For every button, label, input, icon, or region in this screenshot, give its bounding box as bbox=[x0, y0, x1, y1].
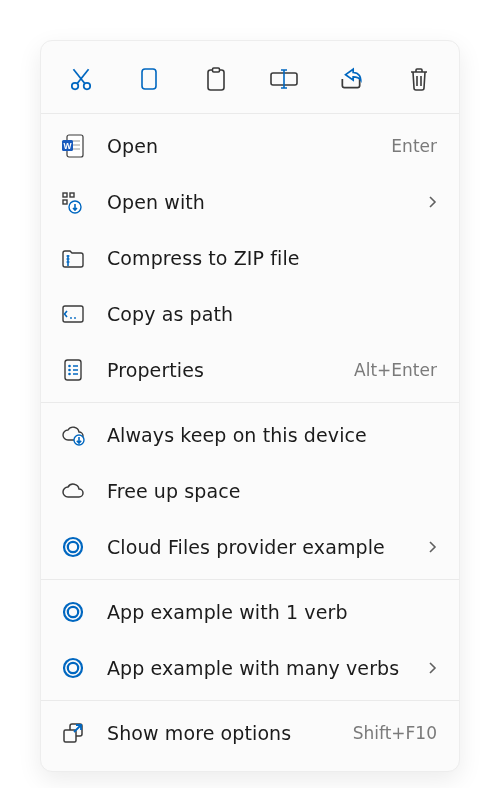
svg-point-1 bbox=[84, 83, 91, 90]
menu-item-copy-as-path[interactable]: Copy as path bbox=[41, 286, 459, 342]
open-with-icon bbox=[59, 188, 87, 216]
menu-group: Always keep on this device Free up space… bbox=[41, 403, 459, 579]
more-options-icon bbox=[59, 719, 87, 747]
svg-rect-17 bbox=[63, 193, 67, 197]
zip-icon bbox=[59, 244, 87, 272]
svg-rect-4 bbox=[142, 69, 156, 89]
menu-item-label: Compress to ZIP file bbox=[107, 247, 437, 269]
cut-button[interactable] bbox=[61, 59, 101, 99]
menu-item-label: App example with 1 verb bbox=[107, 601, 437, 623]
menu-item-label: Open with bbox=[107, 191, 407, 213]
chevron-right-icon bbox=[427, 539, 437, 555]
copy-button[interactable] bbox=[129, 59, 169, 99]
svg-point-30 bbox=[68, 369, 71, 372]
menu-item-open-with[interactable]: Open with bbox=[41, 174, 459, 230]
menu-group: App example with 1 verb App example with… bbox=[41, 580, 459, 700]
context-menu: W Open Enter Open with bbox=[40, 40, 460, 772]
menu-item-app-many-verbs[interactable]: App example with many verbs bbox=[41, 640, 459, 696]
svg-point-37 bbox=[68, 542, 78, 552]
paste-icon bbox=[204, 66, 228, 92]
svg-point-0 bbox=[72, 83, 79, 90]
menu-item-show-more-options[interactable]: Show more options Shift+F10 bbox=[41, 705, 459, 761]
menu-item-label: Cloud Files provider example bbox=[107, 536, 407, 558]
menu-group: Show more options Shift+F10 bbox=[41, 701, 459, 765]
context-menu-toolbar bbox=[41, 41, 459, 113]
cloud-provider-icon bbox=[59, 533, 87, 561]
menu-item-compress-zip[interactable]: Compress to ZIP file bbox=[41, 230, 459, 286]
menu-group: W Open Enter Open with bbox=[41, 114, 459, 402]
svg-point-26 bbox=[70, 317, 72, 319]
chevron-right-icon bbox=[427, 194, 437, 210]
menu-item-cloud-provider[interactable]: Cloud Files provider example bbox=[41, 519, 459, 575]
app-verb-icon bbox=[59, 598, 87, 626]
copy-path-icon bbox=[59, 300, 87, 328]
menu-item-open[interactable]: W Open Enter bbox=[41, 118, 459, 174]
menu-item-app-one-verb[interactable]: App example with 1 verb bbox=[41, 584, 459, 640]
menu-item-properties[interactable]: Properties Alt+Enter bbox=[41, 342, 459, 398]
menu-item-always-keep[interactable]: Always keep on this device bbox=[41, 407, 459, 463]
svg-point-29 bbox=[68, 365, 71, 368]
word-doc-icon: W bbox=[59, 132, 87, 160]
menu-item-label: Free up space bbox=[107, 480, 437, 502]
menu-item-label: Open bbox=[107, 135, 371, 157]
svg-rect-18 bbox=[63, 200, 67, 204]
rename-button[interactable] bbox=[264, 59, 304, 99]
rename-icon bbox=[269, 67, 299, 91]
svg-rect-6 bbox=[213, 68, 220, 72]
cut-icon bbox=[68, 66, 94, 92]
share-button[interactable] bbox=[331, 59, 371, 99]
menu-item-accelerator: Shift+F10 bbox=[353, 723, 437, 743]
menu-item-label: Show more options bbox=[107, 722, 333, 744]
svg-rect-25 bbox=[63, 306, 83, 322]
chevron-right-icon bbox=[427, 660, 437, 676]
menu-item-label: Copy as path bbox=[107, 303, 437, 325]
svg-point-39 bbox=[68, 607, 78, 617]
properties-icon bbox=[59, 356, 87, 384]
svg-point-31 bbox=[68, 373, 71, 376]
app-verb-icon bbox=[59, 654, 87, 682]
paste-button[interactable] bbox=[196, 59, 236, 99]
menu-item-accelerator: Enter bbox=[391, 136, 437, 156]
menu-item-free-up-space[interactable]: Free up space bbox=[41, 463, 459, 519]
share-icon bbox=[338, 66, 364, 92]
cloud-free-icon bbox=[59, 477, 87, 505]
delete-icon bbox=[407, 66, 431, 92]
menu-item-label: Always keep on this device bbox=[107, 424, 437, 446]
copy-icon bbox=[137, 66, 161, 92]
svg-point-27 bbox=[74, 317, 76, 319]
svg-rect-19 bbox=[70, 193, 74, 197]
menu-item-label: Properties bbox=[107, 359, 334, 381]
delete-button[interactable] bbox=[399, 59, 439, 99]
menu-item-label: App example with many verbs bbox=[107, 657, 407, 679]
svg-text:W: W bbox=[63, 141, 72, 151]
svg-point-41 bbox=[68, 663, 78, 673]
cloud-keep-icon bbox=[59, 421, 87, 449]
svg-rect-5 bbox=[208, 70, 224, 90]
menu-item-accelerator: Alt+Enter bbox=[354, 360, 437, 380]
